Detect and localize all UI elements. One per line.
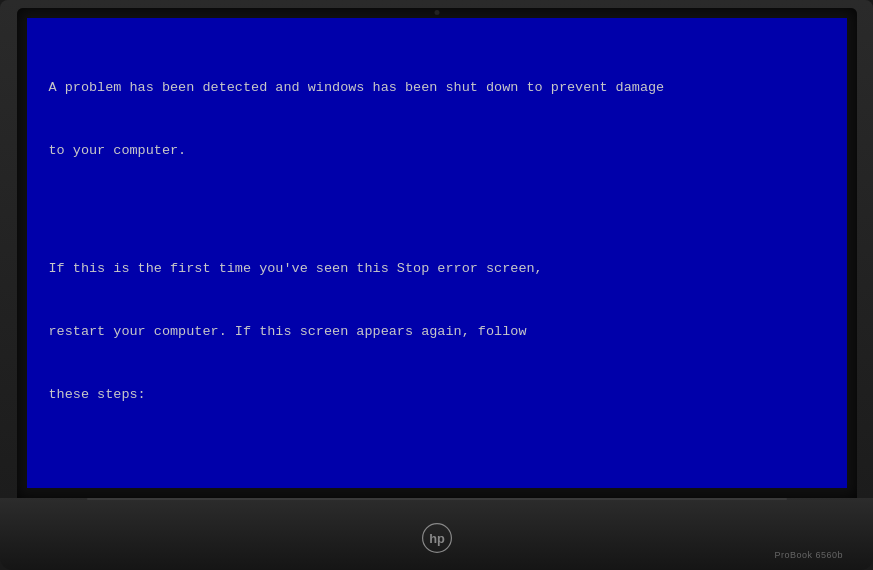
bsod-line-2: to your computer. <box>49 141 825 162</box>
bsod-line-4: restart your computer. If this screen ap… <box>49 322 825 343</box>
svg-text:hp: hp <box>429 531 445 546</box>
laptop-bottom: hp ProBook 6560b <box>0 498 873 570</box>
bsod-line-3: If this is the first time you've seen th… <box>49 259 825 280</box>
bsod-text: A problem has been detected and windows … <box>49 36 825 488</box>
screen-bezel: A problem has been detected and windows … <box>17 8 857 498</box>
camera-dot <box>434 10 439 15</box>
laptop-outer: A problem has been detected and windows … <box>0 0 873 570</box>
bsod-line-5: these steps: <box>49 385 825 406</box>
model-label: ProBook 6560b <box>774 550 843 560</box>
hp-logo: hp <box>419 520 455 556</box>
bsod-screen: A problem has been detected and windows … <box>27 18 847 488</box>
bsod-spacer-2 <box>49 448 825 462</box>
bsod-spacer-1 <box>49 203 825 217</box>
bsod-line-1: A problem has been detected and windows … <box>49 78 825 99</box>
